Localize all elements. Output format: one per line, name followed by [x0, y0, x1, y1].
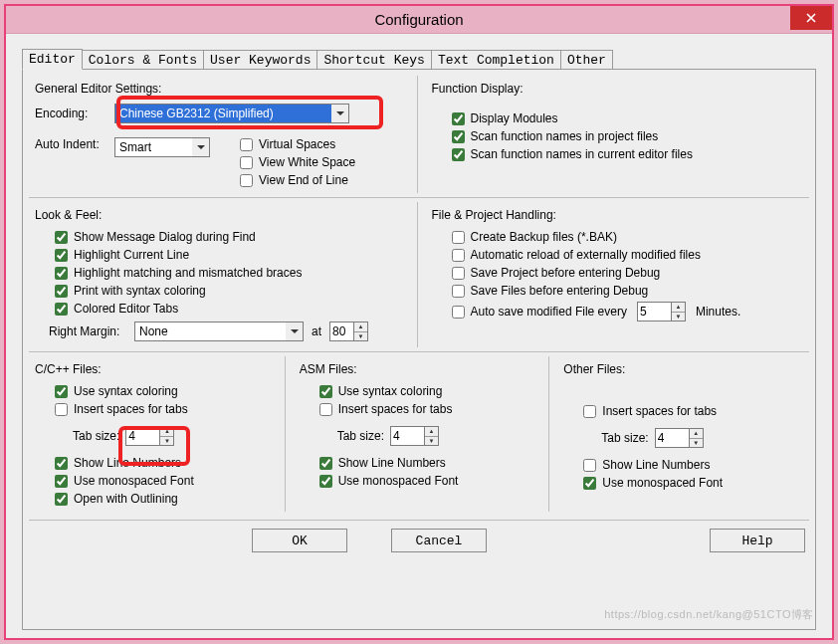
- c-mono-checkbox[interactable]: [55, 475, 68, 488]
- right-margin-combo[interactable]: None: [134, 322, 304, 341]
- right-margin-value: None: [134, 322, 286, 341]
- backup-label: Create Backup files (*.BAK): [471, 230, 617, 244]
- auto-save-checkbox[interactable]: [452, 306, 465, 319]
- help-button[interactable]: Help: [710, 529, 805, 552]
- c-line-numbers-checkbox[interactable]: [55, 457, 68, 470]
- asm-tab-spinner[interactable]: ▲▼: [390, 426, 439, 446]
- auto-indent-value: Smart: [114, 137, 192, 157]
- save-files-checkbox[interactable]: [452, 285, 465, 298]
- asm-spaces-label: Insert spaces for tabs: [338, 402, 453, 416]
- asm-line-numbers-checkbox[interactable]: [319, 457, 332, 470]
- at-spinner[interactable]: ▲▼: [329, 322, 368, 341]
- save-project-checkbox[interactable]: [452, 267, 465, 280]
- tab-text-completion[interactable]: Text Completion: [431, 50, 561, 70]
- print-syntax-label: Print with syntax coloring: [74, 284, 206, 298]
- asm-syntax-checkbox[interactable]: [319, 385, 332, 398]
- view-end-of-line-checkbox[interactable]: [240, 174, 253, 187]
- other-spaces-label: Insert spaces for tabs: [602, 404, 717, 418]
- asm-files-heading: ASM Files:: [298, 360, 537, 382]
- at-label: at: [312, 324, 321, 338]
- auto-save-value[interactable]: [637, 302, 671, 322]
- cancel-button[interactable]: Cancel: [391, 529, 487, 552]
- tab-colors-fonts[interactable]: Colors & Fonts: [82, 50, 204, 70]
- client-area: Editor Colors & Fonts User Keywords Shor…: [6, 34, 832, 638]
- auto-reload-checkbox[interactable]: [452, 249, 465, 262]
- c-tab-label: Tab size:: [73, 429, 119, 443]
- scan-project-checkbox[interactable]: [452, 130, 465, 143]
- encoding-combo[interactable]: Chinese GB2312 (Simplified): [114, 104, 349, 123]
- highlight-braces-label: Highlight matching and mismatched braces: [74, 266, 302, 280]
- view-white-space-label: View White Space: [259, 155, 355, 169]
- save-project-label: Save Project before entering Debug: [471, 266, 661, 280]
- c-syntax-checkbox[interactable]: [55, 385, 68, 398]
- c-line-numbers-label: Show Line Numbers: [74, 456, 181, 470]
- spinner-buttons[interactable]: ▲▼: [353, 322, 368, 341]
- tab-shortcut-keys[interactable]: Shortcut Keys: [316, 50, 431, 70]
- c-spaces-checkbox[interactable]: [55, 403, 68, 416]
- at-value[interactable]: [329, 322, 353, 341]
- colored-tabs-label: Colored Editor Tabs: [74, 302, 178, 316]
- window-title: Configuration: [6, 11, 832, 28]
- backup-checkbox[interactable]: [452, 231, 465, 244]
- asm-line-numbers-label: Show Line Numbers: [338, 456, 446, 470]
- close-button[interactable]: [790, 6, 832, 30]
- scan-editor-checkbox[interactable]: [452, 148, 465, 161]
- c-mono-label: Use monospaced Font: [74, 474, 194, 488]
- chevron-down-icon: [286, 322, 304, 341]
- other-tab-label: Tab size:: [601, 431, 648, 445]
- highlight-line-label: Highlight Current Line: [74, 248, 189, 262]
- view-end-of-line-label: View End of Line: [259, 173, 348, 187]
- encoding-label: Encoding:: [35, 107, 110, 120]
- c-outlining-checkbox[interactable]: [55, 493, 68, 506]
- asm-mono-label: Use monospaced Font: [338, 474, 459, 488]
- show-message-checkbox[interactable]: [55, 231, 68, 244]
- other-mono-label: Use monospaced Font: [602, 476, 723, 490]
- spinner-buttons[interactable]: ▲▼: [671, 302, 686, 322]
- asm-tab-label: Tab size:: [337, 429, 384, 443]
- asm-tab-value[interactable]: [390, 426, 424, 446]
- ok-button[interactable]: OK: [252, 529, 347, 552]
- minutes-label: Minutes.: [696, 305, 740, 319]
- spinner-buttons[interactable]: ▲▼: [159, 426, 174, 446]
- virtual-spaces-checkbox[interactable]: [240, 138, 253, 151]
- c-tab-spinner[interactable]: ▲▼: [125, 426, 174, 446]
- print-syntax-checkbox[interactable]: [55, 285, 68, 298]
- scan-project-label: Scan function names in project files: [471, 129, 659, 143]
- spinner-buttons[interactable]: ▲▼: [689, 428, 704, 448]
- view-white-space-checkbox[interactable]: [240, 156, 253, 169]
- other-files-heading: Other Files:: [561, 360, 801, 382]
- function-display-heading: Function Display:: [430, 80, 802, 102]
- auto-indent-combo[interactable]: Smart: [114, 137, 210, 157]
- look-feel-heading: Look & Feel:: [33, 206, 405, 228]
- c-syntax-label: Use syntax coloring: [74, 384, 178, 398]
- show-message-label: Show Message Dialog during Find: [74, 230, 256, 244]
- asm-syntax-label: Use syntax coloring: [338, 384, 443, 398]
- other-spaces-checkbox[interactable]: [583, 405, 596, 418]
- display-modules-checkbox[interactable]: [452, 112, 465, 125]
- highlight-braces-checkbox[interactable]: [55, 267, 68, 280]
- virtual-spaces-label: Virtual Spaces: [259, 137, 335, 151]
- general-heading: General Editor Settings:: [33, 80, 405, 102]
- c-files-heading: C/C++ Files:: [33, 360, 273, 382]
- tab-user-keywords[interactable]: User Keywords: [203, 50, 317, 70]
- c-tab-value[interactable]: [125, 426, 159, 446]
- chevron-down-icon: [192, 137, 210, 157]
- auto-save-spinner[interactable]: ▲▼: [637, 302, 686, 322]
- scan-editor-label: Scan function names in current editor fi…: [471, 147, 693, 161]
- tab-other[interactable]: Other: [560, 50, 613, 70]
- auto-save-label: Auto save modified File every: [471, 305, 627, 319]
- asm-spaces-checkbox[interactable]: [319, 403, 332, 416]
- colored-tabs-checkbox[interactable]: [55, 303, 68, 316]
- auto-reload-label: Automatic reload of externally modified …: [471, 248, 701, 262]
- spinner-buttons[interactable]: ▲▼: [424, 426, 439, 446]
- other-line-numbers-checkbox[interactable]: [583, 459, 596, 472]
- highlight-line-checkbox[interactable]: [55, 249, 68, 262]
- save-files-label: Save Files before entering Debug: [471, 284, 649, 298]
- other-mono-checkbox[interactable]: [583, 477, 596, 490]
- asm-mono-checkbox[interactable]: [319, 475, 332, 488]
- other-tab-spinner[interactable]: ▲▼: [655, 428, 704, 448]
- close-icon: [806, 13, 816, 23]
- tab-editor[interactable]: Editor: [22, 49, 83, 70]
- encoding-value: Chinese GB2312 (Simplified): [114, 104, 331, 123]
- other-tab-value[interactable]: [655, 428, 689, 448]
